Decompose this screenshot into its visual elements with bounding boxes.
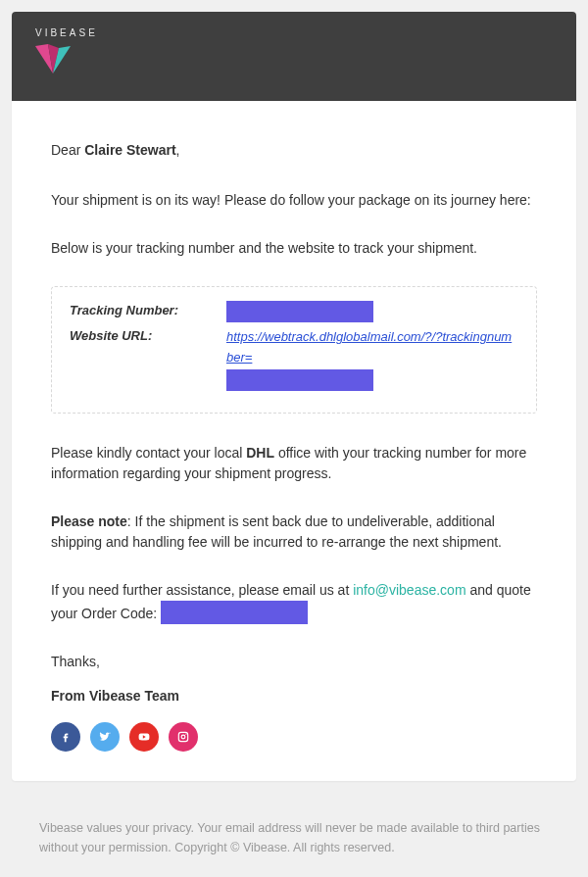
youtube-icon[interactable] — [129, 722, 159, 752]
recipient-name: Claire Stewart — [84, 142, 175, 158]
twitter-icon[interactable] — [90, 722, 120, 752]
dhl-contact-paragraph: Please kindly contact your local DHL off… — [51, 443, 537, 484]
note-label: Please note — [51, 513, 127, 529]
email-card: VIBEASE Dear Claire Stewart, Your shipme… — [12, 12, 576, 781]
signoff-team: From Vibease Team — [51, 686, 537, 706]
tracking-intro-paragraph: Below is your tracking number and the we… — [51, 238, 537, 259]
footer: Vibease values your privacy. Your email … — [0, 793, 588, 867]
tracking-url-value: https://webtrack.dhlglobalmail.com/?/?tr… — [226, 326, 518, 391]
dhl-bold: DHL — [246, 445, 274, 461]
footer-text: Vibease values your privacy. Your email … — [39, 821, 540, 854]
signoff-thanks: Thanks, — [51, 652, 537, 672]
tracking-number-row: Tracking Number: — [70, 301, 518, 322]
instagram-icon[interactable] — [169, 722, 198, 752]
header: VIBEASE — [12, 12, 576, 101]
assistance-paragraph: If you need further assistance, please e… — [51, 580, 537, 624]
greeting: Dear Claire Stewart, — [51, 140, 537, 161]
email-body: Dear Claire Stewart, Your shipment is on… — [12, 101, 576, 781]
svg-point-5 — [185, 734, 186, 735]
dhl-pre: Please kindly contact your local — [51, 445, 246, 461]
brand-logo-icon — [35, 44, 71, 77]
redacted-tracking-query — [226, 369, 373, 391]
brand-name: VIBEASE — [35, 25, 553, 40]
tracking-url-row: Website URL: https://webtrack.dhlglobalm… — [70, 326, 518, 391]
tracking-url-link[interactable]: https://webtrack.dhlglobalmail.com/?/?tr… — [226, 329, 512, 365]
facebook-icon[interactable] — [51, 722, 80, 752]
social-row — [51, 722, 537, 752]
redacted-tracking-number — [226, 301, 373, 322]
intro-paragraph: Your shipment is on its way! Please do f… — [51, 190, 537, 211]
assist-pre: If you need further assistance, please e… — [51, 582, 353, 598]
tracking-url-label: Website URL: — [70, 326, 226, 346]
greeting-suffix: , — [176, 142, 180, 158]
greeting-prefix: Dear — [51, 142, 84, 158]
note-paragraph: Please note: If the shipment is sent bac… — [51, 512, 537, 553]
tracking-number-label: Tracking Number: — [70, 301, 226, 320]
tracking-box: Tracking Number: Website URL: https://we… — [51, 286, 537, 414]
tracking-number-value — [226, 301, 518, 322]
svg-point-4 — [181, 735, 185, 739]
redacted-order-code — [161, 601, 308, 624]
support-email-link[interactable]: info@vibease.com — [353, 582, 466, 598]
